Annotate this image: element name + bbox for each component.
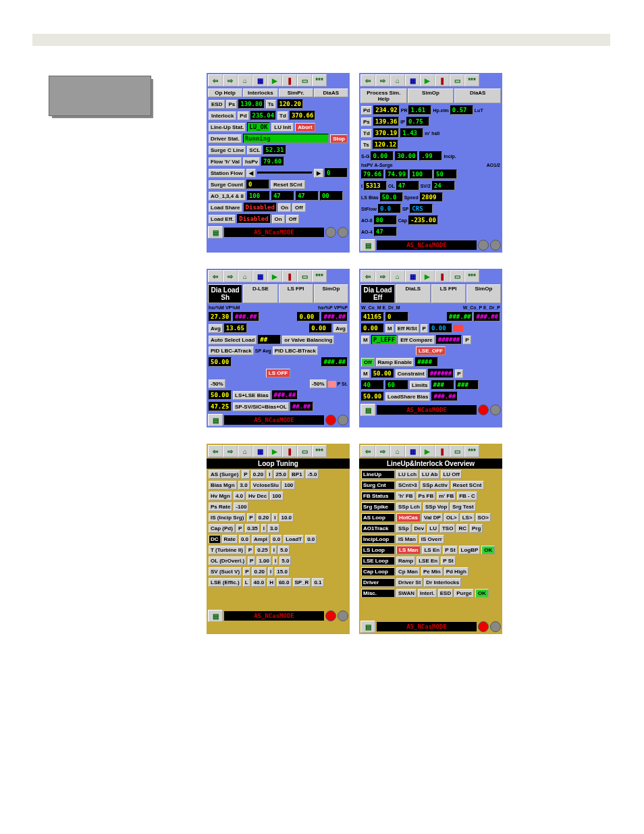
doc-icon[interactable]: ▤ [360,621,375,633]
home-icon[interactable]: ⌂ [238,445,252,457]
screen-icon[interactable]: ▭ [297,445,312,457]
status-cell[interactable]: LU Ab [420,470,439,479]
status-cell[interactable]: Cp Man [396,567,420,576]
play-icon[interactable]: ▶ [267,270,282,282]
status-cell[interactable]: IS Overr [419,535,444,544]
status-cell[interactable]: LU Lch [396,470,419,479]
status-cell[interactable]: Ramp [396,556,415,565]
play-icon[interactable]: ▶ [267,74,282,86]
menu-icon[interactable]: *** [464,74,479,86]
menu-icon[interactable]: *** [312,74,327,86]
back-icon[interactable]: ⇦ [360,74,375,86]
status-cell[interactable]: SO> [476,513,491,522]
status-cell[interactable]: OL> [444,513,459,522]
doc-icon[interactable]: ▤ [208,414,223,426]
tree-icon[interactable]: ▦ [252,270,267,282]
reset-scnt-button[interactable]: Reset SCnt [271,180,305,189]
tab[interactable]: Interlocks [243,88,277,97]
back-icon[interactable]: ⇦ [208,445,223,457]
pause-icon[interactable]: ❚ [282,445,297,457]
tab[interactable]: Process Sim. Help [360,88,407,103]
status-cell[interactable]: LogBP [459,546,481,554]
menu-icon[interactable]: *** [464,445,479,457]
fwd-icon[interactable]: ⇨ [223,445,238,457]
play-icon[interactable]: ▶ [420,445,435,457]
tree-icon[interactable]: ▦ [405,445,420,457]
doc-icon[interactable]: ▤ [360,404,375,416]
status-cell[interactable]: Reset SCnt [451,481,484,490]
status-cell[interactable]: Ps FB [417,492,436,500]
tree-icon[interactable]: ▦ [252,74,267,86]
status-cell[interactable]: Val DP [422,513,443,522]
pause-icon[interactable]: ❚ [435,445,450,457]
screen-icon[interactable]: ▭ [297,270,312,282]
status-cell[interactable]: LS Man [396,546,421,554]
menu-icon[interactable]: *** [464,270,479,282]
tab[interactable]: DiaAS [314,88,348,97]
back-icon[interactable]: ⇦ [208,270,223,282]
interlock-button[interactable]: Interlock [209,111,236,120]
pause-icon[interactable]: ❚ [435,270,450,282]
home-icon[interactable]: ⌂ [238,270,252,282]
fwd-icon[interactable]: ⇨ [223,74,238,86]
tab[interactable]: SimPr. [279,88,313,97]
status-cell[interactable]: Dr Interlocks [424,578,461,587]
status-cell[interactable]: RC [456,524,468,533]
home-icon[interactable]: ⌂ [390,74,405,86]
status-cell[interactable]: Purge [454,589,474,598]
status-cell[interactable]: LSE En [417,556,439,565]
fwd-icon[interactable]: ⇨ [375,74,390,86]
play-icon[interactable]: ▶ [420,270,435,282]
pause-icon[interactable]: ❚ [282,74,297,86]
status-cell[interactable]: IS Man [396,535,418,544]
screen-icon[interactable]: ▭ [297,74,312,86]
status-cell[interactable]: m' FB [437,492,456,500]
status-cell[interactable]: SSp Vop [423,502,449,511]
status-cell[interactable]: FB - C [457,492,477,500]
fwd-icon[interactable]: ⇨ [223,270,238,282]
play-icon[interactable]: ▶ [420,74,435,86]
status-cell[interactable]: Driver St [396,578,423,587]
play-icon[interactable]: ▶ [267,445,282,457]
status-cell[interactable]: Prg [470,524,483,533]
status-cell[interactable]: SSp [396,524,411,533]
status-cell[interactable]: Pd High [444,567,468,576]
screen-icon[interactable]: ▭ [450,74,464,86]
tab[interactable]: SimOp [408,88,454,103]
doc-icon[interactable]: ▤ [360,239,375,251]
back-icon[interactable]: ⇦ [208,74,223,86]
esd-button[interactable]: ESD [209,100,225,109]
home-icon[interactable]: ⌂ [390,445,405,457]
status-cell[interactable]: SCnt>3 [396,481,419,490]
status-cell[interactable]: Interl. [418,589,437,598]
fwd-icon[interactable]: ⇨ [375,445,390,457]
doc-icon[interactable]: ▤ [208,610,223,622]
home-icon[interactable]: ⌂ [390,270,405,282]
status-cell[interactable]: SSp Activ [421,481,450,490]
status-cell[interactable]: OK [481,546,495,554]
pause-icon[interactable]: ❚ [282,270,297,282]
doc-icon[interactable]: ▤ [208,226,223,238]
status-cell[interactable]: LS> [460,513,475,522]
screen-icon[interactable]: ▭ [450,270,464,282]
status-cell[interactable]: TSO [440,524,455,533]
pause-icon[interactable]: ❚ [435,74,450,86]
tab[interactable]: Op Help [208,88,242,97]
menu-icon[interactable]: *** [312,270,327,282]
status-cell[interactable]: Srg Test [450,502,475,511]
tab[interactable]: DiaAS [454,88,501,103]
status-cell[interactable]: SWAN [396,589,417,598]
fwd-icon[interactable]: ⇨ [375,270,390,282]
status-cell[interactable]: P St [443,546,457,554]
screen-icon[interactable]: ▭ [450,445,464,457]
status-cell[interactable]: Dev [412,524,427,533]
status-cell[interactable]: 'h' FB [396,492,415,500]
tree-icon[interactable]: ▦ [252,445,267,457]
menu-icon[interactable]: *** [312,445,327,457]
status-cell[interactable]: OK [475,589,489,598]
status-cell[interactable]: ESD [438,589,453,598]
status-cell[interactable]: Pe Min [421,567,443,576]
status-cell[interactable]: SSp Lch [396,502,422,511]
back-icon[interactable]: ⇦ [360,270,375,282]
home-icon[interactable]: ⌂ [238,74,252,86]
